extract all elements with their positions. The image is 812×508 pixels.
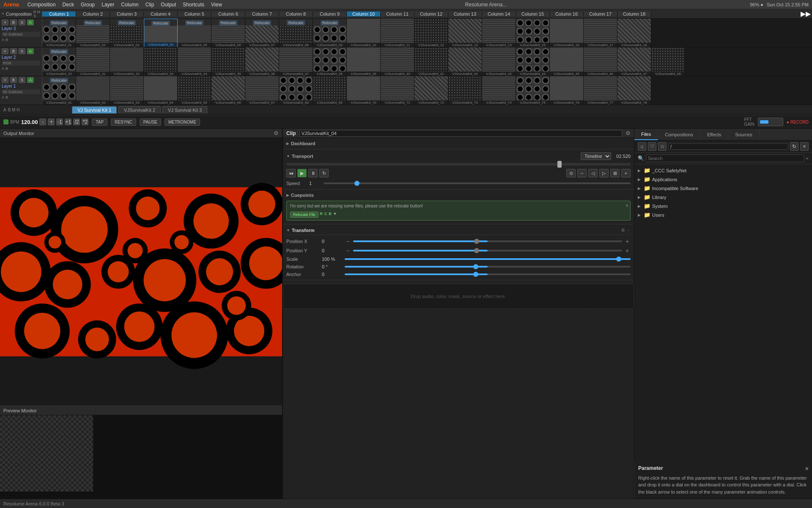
layer-1-s[interactable]: S [19,77,25,83]
col-header-16[interactable]: Column 16 [550,11,584,17]
relocate-btn-VJSurvivalKit_33[interactable]: Relocate [50,49,69,54]
clip-cell-VJSurvivalKit_17[interactable]: VJSurvivalKit_17 [584,19,617,47]
timeline-track[interactable] [286,163,631,166]
clip-cell-VJSurvivalKit_63[interactable]: VJSurvivalKit_63 [110,76,144,105]
cuepoints-header[interactable]: ▶ Cuepoints [286,191,631,199]
col-header-5[interactable]: Column 5 [178,11,211,17]
transport-header[interactable]: ▼ Transport Timeline 02.520 [286,151,631,161]
tree-item-users[interactable]: ▶📁Users [634,210,812,219]
clip-cell-VJSurvivalKit_45[interactable]: VJSurvivalKit_45 [550,47,584,76]
bpm-half[interactable]: /2 [73,119,80,125]
col-header-7[interactable]: Column 7 [245,11,279,17]
clip-cell-VJSurvivalKit_10[interactable]: VJSurvivalKit_10 [347,19,381,47]
layer-1-b[interactable]: B [10,77,17,83]
timeline-mode-select[interactable]: Timeline [581,152,611,160]
search-clear[interactable]: × [806,156,809,161]
clip-cell-VJSurvivalKit_35[interactable]: VJSurvivalKit_35 [211,47,245,76]
clip-gear-icon[interactable]: ⚙ [625,130,631,136]
files-refresh-btn[interactable]: ↻ [790,142,798,151]
relocate-btn-VJSurvivalKit_01[interactable]: Relocate [50,20,69,25]
bpm-decrement[interactable]: -1 [56,119,63,125]
menu-shortcuts[interactable]: Shortcuts [183,2,204,8]
relocate-btn-VJSurvivalKit_04[interactable]: Relocate [151,21,170,26]
alert-close[interactable]: × [625,203,628,209]
tree-item-library[interactable]: ▶📁Library [634,193,812,202]
col-header-17[interactable]: Column 17 [584,11,617,17]
record-button[interactable]: ● RECORD [787,120,809,124]
clip-cell-VJSurvivalKit_46[interactable]: VJSurvivalKit_46 [584,47,617,76]
col-header-9[interactable]: Column 9 [313,11,347,17]
bpm-minus[interactable]: - [39,119,46,125]
clip-cell-VJSurvivalKit_34[interactable]: VJSurvivalKit_34 [178,47,211,76]
tc-btn6[interactable]: + [621,169,631,177]
transform-arrow[interactable]: ▼ [286,228,290,232]
layer-3-close[interactable]: × [2,19,8,25]
rotation-slider[interactable] [345,266,631,268]
clip-cell-VJSurvivalKit_13[interactable]: VJSurvivalKit_13 [448,19,482,47]
layer-3-b[interactable]: B [10,19,17,25]
tree-item-system[interactable]: ▶📁System [634,202,812,210]
clip-cell-VJSurvivalKit_67[interactable]: VJSurvivalKit_67 [245,76,279,105]
clip-cell-VJSurvivalKit_07[interactable]: RelocateVJSurvivalKit_07 [245,19,279,47]
clip-cell-VJSurvivalKit_66[interactable]: VJSurvivalKit_66 [211,76,245,105]
relocate-btn-VJSurvivalKit_02[interactable]: Relocate [84,20,102,25]
clip-cell-VJSurvivalKit_03[interactable]: RelocateVJSurvivalKit_03 [110,19,144,47]
clip-cell-VJSurvivalKit_62[interactable]: VJSurvivalKit_62 [76,76,110,105]
col-header-2[interactable]: Column 2 [76,11,110,17]
menu-layer[interactable]: Layer [102,2,114,8]
clip-cell-VJSurvivalKit_16[interactable]: VJSurvivalKit_16 [550,19,584,47]
col-header-1[interactable]: Column 1 [42,11,76,17]
pos-y-plus[interactable]: + [624,247,631,254]
col-header-18[interactable]: Column 18 [617,11,651,17]
clip-cell-VJSurvivalKit_68[interactable]: VJSurvivalKit_68 [279,76,313,105]
clip-cell-VJSurvivalKit_43[interactable]: VJSurvivalKit_43 [482,47,516,76]
relocate-file-button[interactable]: Relocate File [290,212,318,218]
tc-btn2[interactable]: ↔ [577,169,587,177]
bpm-increment[interactable]: +1 [65,119,71,125]
files-heart-btn[interactable]: ♡ [648,142,656,151]
clip-cell-VJSurvivalKit_75[interactable]: VJSurvivalKit_75 [516,76,550,105]
drop-zone[interactable]: Drop audio, color, mask, source or effec… [283,284,634,309]
clip-cell-VJSurvivalKit_64[interactable]: VJSurvivalKit_64 [144,76,178,105]
tc-prev[interactable]: ⏮ [286,169,296,177]
bpm-plus[interactable]: + [48,119,55,125]
clip-cell-VJSurvivalKit_38[interactable]: VJSurvivalKit_38 [313,47,347,76]
deck-tab-3[interactable]: VJ Survival Kit 3 [162,106,207,113]
scroll-right-arrow[interactable]: ▶▶ [799,9,812,18]
tab-effects[interactable]: Effects [700,129,728,140]
deck-tab-1[interactable]: VJ Survival Kit 1 [72,106,117,113]
col-header-13[interactable]: Column 13 [448,11,482,17]
clip-cell-VJSurvivalKit_44[interactable]: VJSurvivalKit_44 [516,47,550,76]
layer-2-s[interactable]: S [19,48,25,54]
composition-tab[interactable]: × Composition B M S [0,9,42,18]
layer-1-active[interactable]: A [27,77,34,83]
clip-cell-VJSurvivalKit_04[interactable]: RelocateVJSurvivalKit_04 [144,19,178,47]
timeline-slider[interactable] [286,163,631,166]
tree-item-_ccc_safetynet[interactable]: ▶📁_CCC SafetyNet [634,166,812,175]
clip-cell-VJSurvivalKit_47[interactable]: VJSurvivalKit_47 [617,47,651,76]
clip-cell-VJSurvivalKit_18[interactable]: VJSurvivalKit_18 [617,19,651,47]
clip-cell-VJSurvivalKit_09[interactable]: RelocateVJSurvivalKit_09 [313,19,347,47]
menu-deck[interactable]: Deck [63,2,74,8]
files-search-input[interactable] [646,155,804,162]
transform-menu[interactable]: ⋮ [626,228,631,233]
clip-cell-VJSurvivalKit_11[interactable]: VJSurvivalKit_11 [381,19,414,47]
files-path-input[interactable] [668,143,788,150]
relocate-btn-VJSurvivalKit_03[interactable]: Relocate [118,20,136,25]
tab-sources[interactable]: Sources [728,129,759,140]
relocate-btn-VJSurvivalKit_06[interactable]: Relocate [219,20,238,25]
clip-cell-VJSurvivalKit_36[interactable]: VJSurvivalKit_36 [245,47,279,76]
col-header-8[interactable]: Column 8 [279,11,313,17]
layer-2-b[interactable]: B [10,48,17,54]
clip-cell-VJSurvivalKit_02[interactable]: RelocateVJSurvivalKit_02 [76,19,110,47]
clip-cell-VJSurvivalKit_72[interactable]: VJSurvivalKit_72 [414,76,448,105]
clip-cell-VJSurvivalKit_31[interactable]: VJSurvivalKit_31 [76,47,110,76]
clip-cell-VJSurvivalKit_15[interactable]: VJSurvivalKit_15 [516,19,550,47]
clip-cell-VJSurvivalKit_73[interactable]: VJSurvivalKit_73 [448,76,482,105]
files-star-btn[interactable]: ☆ [658,142,667,151]
col-header-3[interactable]: Column 3 [110,11,144,17]
layer-2-close[interactable]: × [2,48,8,54]
timeline-handle[interactable] [557,161,562,168]
clip-cell-VJSurvivalKit_70[interactable]: VJSurvivalKit_70 [347,76,381,105]
clip-cell-VJSurvivalKit_01[interactable]: RelocateVJSurvivalKit_01 [42,19,76,47]
